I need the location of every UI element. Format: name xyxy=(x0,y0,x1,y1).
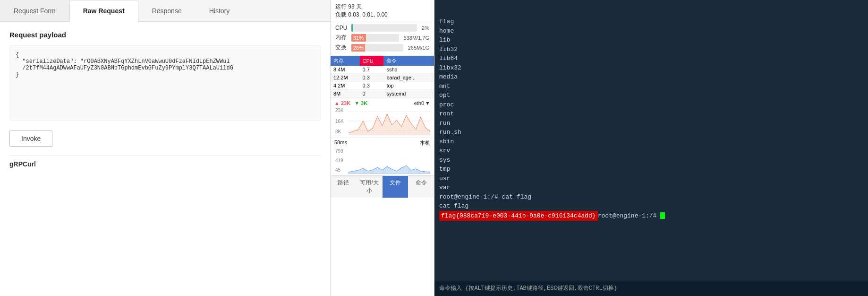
bottom-tabs: 路径 可用/大小 文件 命令 xyxy=(331,175,434,198)
cpu-label: CPU xyxy=(335,25,349,31)
left-panel: Request Form Raw Request Response Histor… xyxy=(0,0,331,296)
mem-detail: 538M/1.7G xyxy=(404,35,429,41)
terminal-line: mnt xyxy=(439,82,863,91)
terminal-line: var xyxy=(439,183,863,192)
terminal-line: libx32 xyxy=(439,63,863,73)
table-row: 12.2M0.3barad_age... xyxy=(331,74,434,82)
latency-chart-labels: 793 419 45 xyxy=(335,148,343,174)
mem-row: 内存 31% 538M/1.7G xyxy=(335,34,429,42)
proc-cpu: 0.7 xyxy=(360,66,384,74)
proc-cmd: top xyxy=(383,82,434,90)
table-row: 8M0systemd xyxy=(331,90,434,98)
swap-row: 交换 26% 265M/1G xyxy=(335,44,429,52)
grpc-label: gRPCurl xyxy=(9,155,321,168)
col-cpu[interactable]: CPU xyxy=(360,56,384,66)
tab-history[interactable]: History xyxy=(196,0,244,21)
tab-command[interactable]: 命令 xyxy=(408,176,434,198)
terminal-line: media xyxy=(439,72,863,82)
mem-percent: 31% xyxy=(353,35,364,41)
svg-marker-4 xyxy=(349,165,430,174)
terminal-line: lib32 xyxy=(439,45,863,54)
terminal-line: usr xyxy=(439,174,863,183)
terminal-line: cat flag xyxy=(439,201,863,211)
tab-path[interactable]: 路径 xyxy=(331,176,357,198)
terminal-line: root@engine-1:/# cat flag xyxy=(439,192,863,202)
proc-cmd: systemd xyxy=(383,90,434,98)
proc-cpu: 0.3 xyxy=(360,82,384,90)
col-mem[interactable]: 内存 xyxy=(331,56,360,66)
swap-percent: 26% xyxy=(353,45,364,51)
tab-raw-request[interactable]: Raw Request xyxy=(69,0,138,22)
terminal-line: lib64 xyxy=(439,54,863,63)
tab-request-form[interactable]: Request Form xyxy=(0,0,69,21)
terminal-line: lib xyxy=(439,35,863,45)
swap-label: 交换 xyxy=(335,44,349,52)
net-interface[interactable]: eth0 ▼ xyxy=(414,100,430,106)
proc-mem: 12.2M xyxy=(331,74,360,82)
cpu-row: CPU 2% xyxy=(335,24,429,32)
swap-bar-fill: 26% xyxy=(351,44,365,52)
terminal-line: sys xyxy=(439,156,863,165)
terminal-line: proc xyxy=(439,100,863,110)
prompt-after-flag: root@engine-1:/# xyxy=(598,211,661,221)
flag-value: flag{088ca719-e003-441b-9a0e-c916134c4ad… xyxy=(439,211,598,221)
panel-content: Request payload { "serializeData": "rO0A… xyxy=(0,22,330,296)
network-section: ▲ 23K ▼ 3K eth0 ▼ 23K 16K 8K .net-line {… xyxy=(331,98,434,137)
swap-detail: 265M/1G xyxy=(408,45,429,51)
terminal-line: tmp xyxy=(439,165,863,174)
latency-chart-svg xyxy=(334,148,430,174)
process-table: 内存 CPU 命令 8.4M0.7sshd12.2M0.3barad_age..… xyxy=(331,56,434,98)
terminal-input-hint: 命令输入 (按ALT键提示历史,TAB键路径,ESC键返回,双击CTRL切换) xyxy=(439,285,617,292)
invoke-button[interactable]: Invoke xyxy=(9,131,52,147)
sys-info: 运行 93 天 负载 0.03, 0.01, 0.00 xyxy=(331,0,434,22)
tab-response[interactable]: Response xyxy=(138,0,196,21)
proc-mem: 8.4M xyxy=(331,66,360,74)
cpu-bar-fill xyxy=(351,24,353,32)
net-chart-svg: .net-line { fill: none; stroke: #e86; st… xyxy=(334,107,430,135)
net-up: ▲ 23K xyxy=(334,100,350,106)
mem-bar-fill: 31% xyxy=(351,34,366,42)
proc-cmd: sshd xyxy=(383,66,434,74)
request-payload-title: Request payload xyxy=(9,31,321,39)
mem-label: 内存 xyxy=(335,34,349,42)
right-panel: flaghomeliblib32lib64libx32mediamntoptpr… xyxy=(434,0,868,296)
net-chart-labels: 23K 16K 8K xyxy=(335,107,344,135)
tab-size[interactable]: 可用/大小 xyxy=(357,176,383,198)
terminal-line: home xyxy=(439,26,863,36)
load-text: 负载 0.03, 0.01, 0.00 xyxy=(335,11,429,19)
latency-header: 58ms 本机 xyxy=(334,139,430,147)
terminal-line: sbin xyxy=(439,137,863,147)
network-chart: 23K 16K 8K .net-line { fill: none; strok… xyxy=(334,107,430,135)
latency-section: 58ms 本机 793 419 45 xyxy=(331,137,434,175)
net-header: ▲ 23K ▼ 3K eth0 ▼ xyxy=(334,100,430,106)
terminal-line: root xyxy=(439,109,863,119)
cpu-bar xyxy=(351,24,417,32)
latency-ms: 58ms xyxy=(334,139,347,147)
cpu-value: 2% xyxy=(422,25,429,31)
terminal-line: run.sh xyxy=(439,128,863,137)
process-section: 内存 CPU 命令 8.4M0.7sshd12.2M0.3barad_age..… xyxy=(331,56,434,98)
uptime-text: 运行 93 天 xyxy=(335,3,429,11)
terminal-cursor xyxy=(660,212,665,219)
net-down: ▼ 3K xyxy=(354,100,367,106)
tab-file[interactable]: 文件 xyxy=(383,176,408,198)
terminal-input-bar: 命令输入 (按ALT键提示历史,TAB键路径,ESC键返回,双击CTRL切换) xyxy=(434,280,868,296)
table-row: 4.2M0.3top xyxy=(331,82,434,90)
terminal-line: opt xyxy=(439,91,863,100)
col-cmd[interactable]: 命令 xyxy=(383,56,434,66)
terminal-line: run xyxy=(439,119,863,128)
proc-mem: 8M xyxy=(331,90,360,98)
middle-panel: 运行 93 天 负载 0.03, 0.01, 0.00 CPU 2% 内存 31… xyxy=(331,0,434,296)
latency-label: 本机 xyxy=(420,139,430,147)
proc-cmd: barad_age... xyxy=(383,74,434,82)
terminal-output[interactable]: flaghomeliblib32lib64libx32mediamntoptpr… xyxy=(434,0,868,280)
proc-cpu: 0.3 xyxy=(360,74,384,82)
tab-bar: Request Form Raw Request Response Histor… xyxy=(0,0,330,22)
latency-chart: 793 419 45 xyxy=(334,148,430,174)
flag-line: flag{088ca719-e003-441b-9a0e-c916134c4ad… xyxy=(439,211,863,221)
proc-cpu: 0 xyxy=(360,90,384,98)
terminal-line: srv xyxy=(439,146,863,156)
request-payload-code[interactable]: { "serializeData": "rO0ABXNyABFqYXZhLnV0… xyxy=(9,45,321,121)
table-row: 8.4M0.7sshd xyxy=(331,66,434,74)
mem-bar: 31% xyxy=(351,34,399,42)
